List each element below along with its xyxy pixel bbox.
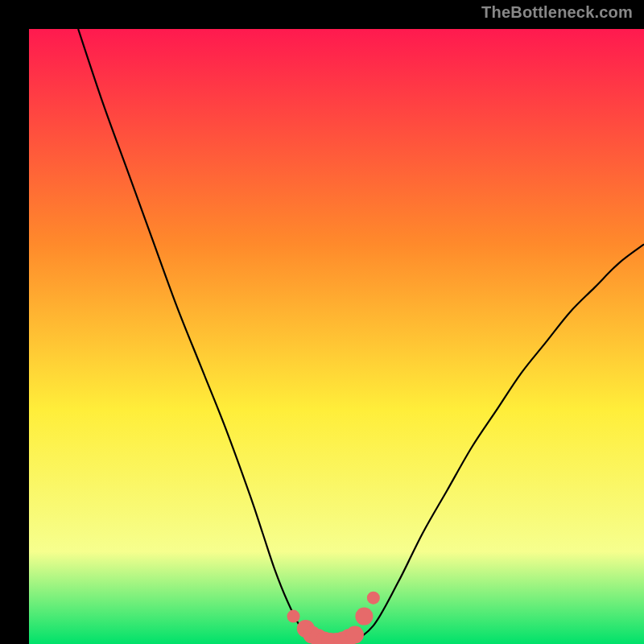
chart-svg (29, 29, 644, 644)
marker-dot (367, 592, 380, 605)
chart-frame (14, 14, 630, 630)
marker-dot (346, 626, 364, 644)
gradient-background (29, 29, 644, 644)
marker-dot (287, 610, 300, 623)
marker-dot (355, 608, 373, 625)
watermark-text: TheBottleneck.com (481, 3, 633, 22)
